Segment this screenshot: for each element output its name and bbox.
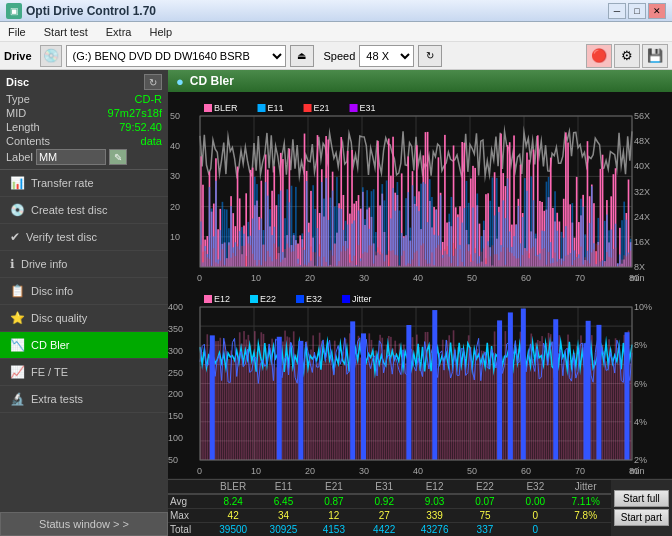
stats-e11-header: E11: [258, 480, 308, 494]
disc-quality-icon: ⭐: [10, 311, 25, 325]
stats-max-e22: 75: [460, 509, 510, 522]
minimize-button[interactable]: ─: [608, 3, 626, 19]
maximize-button[interactable]: □: [628, 3, 646, 19]
title-bar: ▣ Opti Drive Control 1.70 ─ □ ✕: [0, 0, 672, 22]
menu-extra[interactable]: Extra: [102, 25, 136, 39]
stats-e12-header: E12: [409, 480, 459, 494]
disc-label-label: Label: [6, 151, 33, 163]
stats-avg-e12: 9.03: [409, 495, 459, 508]
sidebar-item-verify-test-disc[interactable]: ✔ Verify test disc: [0, 224, 168, 251]
cd-bler-icon: 📉: [10, 338, 25, 352]
app-icon: ▣: [6, 3, 22, 19]
stats-total-label: Total: [168, 523, 208, 536]
stats-avg-jitter: 7.11%: [561, 495, 611, 508]
stats-max-bler: 42: [208, 509, 258, 522]
menu-help[interactable]: Help: [145, 25, 176, 39]
start-full-button[interactable]: Start full: [614, 490, 669, 507]
stats-jitter-header: Jitter: [561, 480, 611, 494]
sidebar-item-verify-test-disc-label: Verify test disc: [26, 231, 97, 243]
stats-avg-e22: 0.07: [460, 495, 510, 508]
stats-total-e32: 0: [510, 523, 560, 536]
sidebar: Disc ↻ Type CD-R MID 97m27s18f Length 79…: [0, 70, 168, 536]
sidebar-item-transfer-rate-label: Transfer rate: [31, 177, 94, 189]
sidebar-item-drive-info[interactable]: ℹ Drive info: [0, 251, 168, 278]
status-window-button[interactable]: Status window > >: [0, 512, 168, 536]
stats-max-e11: 34: [258, 509, 308, 522]
sidebar-item-cd-bler-label: CD Bler: [31, 339, 70, 351]
disc-label-icon-button[interactable]: ✎: [109, 149, 127, 165]
sidebar-item-disc-info[interactable]: 📋 Disc info: [0, 278, 168, 305]
stats-e22-header: E22: [460, 480, 510, 494]
stats-total-e11: 30925: [258, 523, 308, 536]
save-icon[interactable]: 💾: [642, 44, 668, 68]
sidebar-item-create-test-disc[interactable]: 💿 Create test disc: [0, 197, 168, 224]
disc-contents-value: data: [141, 135, 162, 147]
stats-max-e31: 27: [359, 509, 409, 522]
disc-mid-value: 97m27s18f: [108, 107, 162, 119]
sidebar-item-disc-quality[interactable]: ⭐ Disc quality: [0, 305, 168, 332]
stats-total-e22: 337: [460, 523, 510, 536]
disc-read-icon[interactable]: 🔴: [586, 44, 612, 68]
start-part-button[interactable]: Start part: [614, 509, 669, 526]
cd-bler-header-icon: ●: [176, 74, 184, 89]
disc-type-value: CD-R: [135, 93, 163, 105]
sidebar-item-disc-quality-label: Disc quality: [31, 312, 87, 324]
speed-label: Speed: [324, 50, 356, 62]
close-button[interactable]: ✕: [648, 3, 666, 19]
disc-mid-label: MID: [6, 107, 26, 119]
disc-contents-label: Contents: [6, 135, 50, 147]
window-title: Opti Drive Control 1.70: [26, 4, 156, 18]
stats-max-e21: 12: [309, 509, 359, 522]
right-panel: ● CD Bler BLER E11 E21 E31 E12 E22 E32 J…: [168, 70, 672, 536]
speed-select[interactable]: 48 X: [359, 45, 414, 67]
disc-length-label: Length: [6, 121, 40, 133]
sidebar-item-cd-bler[interactable]: 📉 CD Bler: [0, 332, 168, 359]
stats-area: BLER E11 E21 E31 E12 E22 E32 Jitter Avg …: [168, 479, 672, 536]
drive-select[interactable]: (G:) BENQ DVD DD DW1640 BSRB: [66, 45, 286, 67]
extra-tests-icon: 🔬: [10, 392, 25, 406]
sidebar-item-fe-te-label: FE / TE: [31, 366, 68, 378]
stats-total-jitter: [561, 523, 611, 536]
sidebar-item-extra-tests[interactable]: 🔬 Extra tests: [0, 386, 168, 413]
stats-e32-header: E32: [510, 480, 560, 494]
menu-start-test[interactable]: Start test: [40, 25, 92, 39]
drive-info-icon: ℹ: [10, 257, 15, 271]
drive-icon: 💿: [40, 45, 62, 67]
drive-bar: Drive 💿 (G:) BENQ DVD DD DW1640 BSRB ⏏ S…: [0, 42, 672, 70]
charts-area: [168, 92, 672, 479]
sidebar-item-fe-te[interactable]: 📈 FE / TE: [0, 359, 168, 386]
sidebar-item-transfer-rate[interactable]: 📊 Transfer rate: [0, 170, 168, 197]
stats-bler-header: BLER: [208, 480, 258, 494]
stats-avg-e31: 0.92: [359, 495, 409, 508]
disc-type-label: Type: [6, 93, 30, 105]
refresh-speed-button[interactable]: ↻: [418, 45, 442, 67]
disc-info-icon: 📋: [10, 284, 25, 298]
disc-refresh-button[interactable]: ↻: [144, 74, 162, 90]
stats-avg-label: Avg: [168, 495, 208, 508]
main-layout: Disc ↻ Type CD-R MID 97m27s18f Length 79…: [0, 70, 672, 536]
create-test-disc-icon: 💿: [10, 203, 25, 217]
transfer-rate-icon: 📊: [10, 176, 25, 190]
e12-chart: [168, 285, 672, 478]
eject-button[interactable]: ⏏: [290, 45, 314, 67]
panel-header: ● CD Bler: [168, 70, 672, 92]
fe-te-icon: 📈: [10, 365, 25, 379]
action-buttons: Start full Start part: [611, 480, 672, 536]
stats-max-jitter: 7.8%: [561, 509, 611, 522]
disc-label-input[interactable]: [36, 149, 106, 165]
stats-avg-e32: 0.00: [510, 495, 560, 508]
stats-avg-e21: 0.87: [309, 495, 359, 508]
menu-file[interactable]: File: [4, 25, 30, 39]
stats-total-e21: 4153: [309, 523, 359, 536]
stats-avg-e11: 6.45: [258, 495, 308, 508]
stats-max-label: Max: [168, 509, 208, 522]
stats-max-e12: 339: [409, 509, 459, 522]
stats-empty-header: [168, 480, 208, 494]
disc-length-value: 79:52.40: [119, 121, 162, 133]
stats-e21-header: E21: [309, 480, 359, 494]
disc-section-title: Disc: [6, 76, 29, 88]
settings-icon[interactable]: ⚙: [614, 44, 640, 68]
sidebar-item-drive-info-label: Drive info: [21, 258, 67, 270]
panel-title: CD Bler: [190, 74, 234, 88]
verify-test-disc-icon: ✔: [10, 230, 20, 244]
